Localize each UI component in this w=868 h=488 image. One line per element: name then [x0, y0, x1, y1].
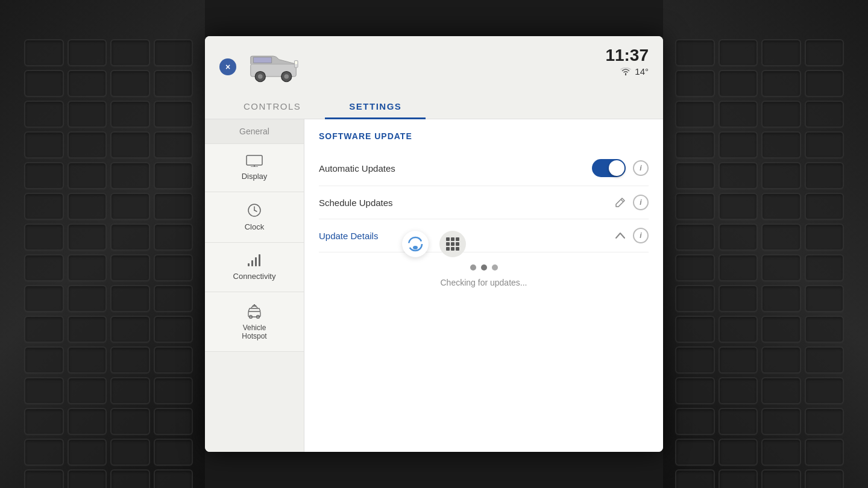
- grille-cell: [805, 377, 844, 404]
- grille-cell: [719, 285, 758, 312]
- grille-cell: [24, 377, 64, 404]
- grid-dot: [451, 242, 454, 246]
- grille-cell: [68, 377, 107, 404]
- sidebar-item-label: Display: [242, 172, 268, 181]
- section-title: SOFTWARE UPDATE: [319, 131, 649, 141]
- grille-cell: [110, 377, 150, 404]
- grille-cell: [154, 316, 193, 343]
- grid-icon: [446, 237, 459, 251]
- grille-cell: [68, 224, 107, 251]
- grille-cell: [675, 162, 715, 189]
- grid-dot: [451, 237, 454, 241]
- grille-cell: [24, 224, 64, 251]
- vehicle-hotspot-icon: [245, 303, 263, 319]
- grille-cell: [719, 224, 758, 251]
- grille-cell: [110, 285, 150, 312]
- svg-line-24: [621, 199, 623, 202]
- grille-cell: [154, 70, 193, 97]
- grille-cell: [761, 316, 801, 343]
- grille-cell: [110, 439, 150, 466]
- update-details-info-button[interactable]: i: [633, 228, 649, 243]
- chevron-up-icon[interactable]: [615, 232, 626, 239]
- loading-dot-2: [481, 264, 487, 271]
- grille-cell: [805, 408, 844, 435]
- sidebar-item-vehicle-hotspot[interactable]: VehicleHotspot: [205, 292, 304, 352]
- grille-cell: [761, 469, 801, 488]
- grille-cell: [761, 224, 801, 251]
- grille-cell: [675, 224, 715, 251]
- content-panel: SOFTWARE UPDATE Automatic Updates i Sche…: [304, 119, 663, 452]
- grille-cell: [719, 193, 758, 220]
- grille-cell: [805, 224, 844, 251]
- alexa-button[interactable]: [402, 231, 429, 257]
- sidebar-item-general[interactable]: General: [205, 119, 304, 144]
- alexa-icon: [407, 236, 423, 252]
- grille-cell: [719, 346, 758, 374]
- grille-cell: [719, 131, 758, 158]
- sidebar-item-label: VehicleHotspot: [242, 324, 266, 340]
- grille-cell: [24, 101, 64, 128]
- grille-cell: [154, 346, 193, 374]
- grille-cell: [154, 101, 193, 128]
- grille-cell: [805, 469, 844, 488]
- truck-icon: [248, 51, 299, 84]
- header-status: 11:37 14°: [605, 47, 649, 77]
- grille-cell: [761, 346, 801, 374]
- grille-cell: [110, 254, 150, 281]
- svg-point-23: [254, 304, 255, 305]
- setting-row-update-details[interactable]: Update Details i: [319, 219, 649, 252]
- grille-cell: [110, 70, 150, 97]
- grid-dot: [446, 242, 450, 246]
- sidebar-item-display[interactable]: Display: [205, 144, 304, 192]
- svg-rect-19: [259, 254, 260, 266]
- grille-cell: [24, 285, 64, 312]
- edit-icon[interactable]: [615, 197, 626, 208]
- grille-cell: [805, 254, 844, 281]
- update-details-content: Checking for updates...: [319, 252, 649, 299]
- sidebar-item-label: Connectivity: [233, 272, 276, 281]
- grille-cell: [761, 408, 801, 435]
- grille-cell: [675, 131, 715, 158]
- grille-cell: [675, 316, 715, 343]
- temperature-display: 14°: [635, 66, 649, 77]
- grille-cell: [154, 377, 193, 404]
- tab-settings[interactable]: SETTINGS: [325, 95, 426, 119]
- grille-cell: [805, 316, 844, 343]
- sidebar-item-clock[interactable]: Clock: [205, 192, 304, 243]
- svg-rect-20: [248, 311, 260, 317]
- grille-cell: [68, 162, 107, 189]
- grille-cell: [68, 39, 107, 66]
- close-button[interactable]: ×: [219, 58, 236, 75]
- grille-cell: [68, 408, 107, 435]
- schedule-updates-info-button[interactable]: i: [633, 195, 649, 210]
- grille-cell: [154, 254, 193, 281]
- automatic-updates-toggle[interactable]: [592, 159, 626, 177]
- app-grid-button[interactable]: [439, 231, 466, 257]
- svg-rect-16: [248, 263, 250, 266]
- grille-cell: [675, 346, 715, 374]
- update-details-label: Update Details: [319, 231, 615, 241]
- grille-cell: [110, 316, 150, 343]
- grille-cell: [719, 101, 758, 128]
- setting-row-schedule-updates: Schedule Updates i: [319, 186, 649, 219]
- clock-icon: [247, 203, 262, 217]
- infotainment-screen: ×: [205, 36, 663, 452]
- grille-cell: [719, 39, 758, 66]
- main-content-area: General Display Clock: [205, 119, 663, 452]
- sidebar-item-connectivity[interactable]: Connectivity: [205, 243, 304, 292]
- tab-controls[interactable]: CONTROLS: [219, 95, 325, 119]
- svg-rect-10: [247, 155, 262, 165]
- automatic-updates-info-button[interactable]: i: [633, 160, 649, 176]
- time-display: 11:37: [605, 47, 649, 64]
- svg-point-3: [258, 74, 263, 79]
- grille-cell: [805, 101, 844, 128]
- grille-cell: [761, 39, 801, 66]
- sidebar-item-label: General: [239, 127, 269, 136]
- grille-cell: [805, 193, 844, 220]
- right-grille-panel: [663, 0, 868, 488]
- loading-dots: [319, 264, 649, 271]
- grille-cell: [24, 254, 64, 281]
- svg-point-9: [625, 74, 626, 75]
- automatic-updates-label: Automatic Updates: [319, 163, 592, 174]
- grille-cell: [24, 439, 64, 466]
